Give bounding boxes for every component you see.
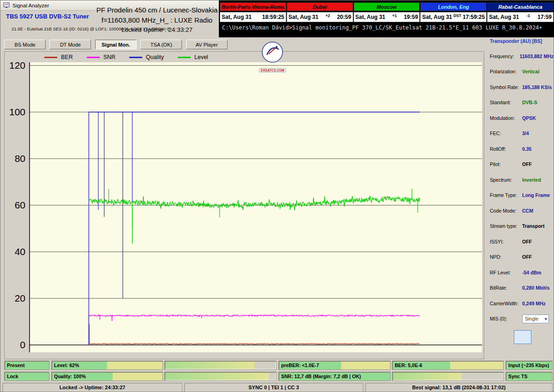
field-label: NPD:	[490, 254, 522, 260]
clock-cell-berlin: Sat, Aug 31 18:59:25	[220, 12, 286, 22]
statusbar-sync-counters: SYNC 0 | TEI 1 | CC 3	[184, 383, 363, 392]
svg-text:60: 60	[15, 200, 25, 210]
legend-item-quality: Quality	[129, 54, 164, 60]
field-label: FEC:	[490, 131, 522, 136]
panel-row-symbol-rate: Symbol Rate:185,188 KS/s	[486, 79, 554, 95]
clock-cell-moscow: Sat, Aug 31 +1 19:59	[354, 12, 420, 22]
panel-row-npd: NPD:OFF	[486, 249, 554, 265]
field-label: Spectrum:	[490, 177, 522, 183]
panel-row-stream-type: Stream type:Transport	[486, 219, 554, 234]
field-value: CCM	[522, 208, 533, 214]
clock-cell-dubai: Sat, Aug 31 +2 20:59	[287, 12, 353, 22]
field-label: Frequency:	[490, 53, 519, 59]
panel-row-rolloff: RollOff:0.35	[486, 141, 554, 157]
clock-time: 18:59:25	[262, 14, 284, 20]
svg-text:40: 40	[15, 246, 25, 257]
clock-city-rabat: Rabat-Casablanca	[487, 2, 554, 11]
tab-tsa[interactable]: TSA (OK)	[140, 40, 182, 49]
panel-row-modulation: Modulation:QPSK	[486, 110, 554, 126]
status-lock: Lock	[4, 372, 49, 381]
clock-cell-london: Sat, Aug 31 DST 17:59:25	[420, 12, 487, 22]
field-value: -54 dBm	[522, 270, 541, 275]
signal-chart-panel: BER SNR Quality Level 020406080100120 DX…	[4, 51, 484, 359]
legend-item-snr: SNR	[87, 54, 115, 60]
field-value: Long Frame	[522, 192, 550, 198]
dxsatcs-logo: DXSATCS.COM	[258, 41, 287, 73]
mis-select[interactable]: Single ▾	[522, 315, 549, 323]
clock-date: Sat, Aug 31	[422, 14, 452, 20]
clock-time-cells: Sat, Aug 31 18:59:25 Sat, Aug 31 +2 20:5…	[220, 12, 554, 22]
field-value: 11603,882 MHz	[519, 53, 554, 59]
status-present: Present	[4, 361, 49, 370]
clock-city-london: London, Eng	[420, 2, 487, 11]
clock-date: Sat, Aug 31	[489, 14, 519, 20]
clock-time: 19:59	[404, 14, 418, 20]
field-label: Pilot:	[490, 161, 522, 167]
field-value: OFF	[522, 254, 532, 260]
panel-row-rf-level: RF Level:-54 dBm	[486, 265, 554, 280]
panel-row-polarization: Polarization:Vertical	[486, 64, 554, 80]
tab-av-player[interactable]: AV Player	[186, 40, 228, 49]
field-value: 3/4	[522, 131, 529, 136]
field-value: OFF	[522, 161, 532, 167]
panel-row-frequency: Frequency:11603,882 MHz	[486, 48, 554, 64]
signal-chart: 020406080100120	[5, 52, 485, 360]
clock-time: 20:59	[337, 14, 351, 20]
tab-bs-mode[interactable]: BS Mode	[4, 40, 46, 49]
field-label: RF Level:	[490, 270, 522, 275]
legend-item-level: Level	[178, 54, 208, 60]
field-value: 185,188 KS/s	[522, 84, 552, 90]
legend-item-ber: BER	[44, 54, 73, 60]
dxsatcs-logo-text: DXSATCS.COM	[259, 68, 285, 72]
clock-date: Sat, Aug 31	[222, 14, 252, 20]
field-label: RollOff:	[490, 146, 522, 152]
field-value: 0.35	[522, 146, 531, 152]
svg-text:120: 120	[9, 60, 25, 71]
field-value: QPSK	[522, 115, 536, 121]
signal-analyzer-window: Signal Analyzer TBS 5927 USB DVB-S2 Tune…	[0, 0, 554, 392]
svg-text:100: 100	[9, 107, 25, 117]
console-prompt[interactable]: C:\Users\Roman Dávid>Signal monitoring_P…	[220, 24, 554, 31]
panel-row-frame-type: Frame Type:Long Frame	[486, 188, 554, 203]
dxsatcs-logo-icon	[261, 41, 283, 63]
status-level-bar	[164, 361, 277, 370]
tab-signal-mon[interactable]: Signal Mon.	[95, 40, 137, 49]
panel-row-issyi: ISSYI:OFF	[486, 234, 554, 249]
field-value: 0,249 MHz	[522, 301, 546, 306]
status-snr-bar	[392, 372, 504, 381]
world-clock-overlay: Berlin-Paris-Vienna-Roma Dubai Moscow Lo…	[219, 0, 554, 37]
status-quality-bar	[164, 372, 277, 381]
level-line-swatch	[178, 57, 191, 58]
frequency-line: f=11603,800 MHz_H_ : LUXE Radio	[95, 16, 219, 24]
statusbar-best-signal: Best signal: 13,1 dB (2024-08-31 17:02)	[365, 383, 553, 392]
clock-offset: +1	[392, 13, 397, 18]
status-quality-label: Quality: 100%	[51, 372, 163, 381]
status-sync-ts: Sync TS	[506, 372, 553, 381]
tuner-name: TBS 5927 USB DVB-S2 Tuner	[6, 13, 89, 20]
mis-select-value: Single	[525, 316, 538, 321]
snr-line-swatch	[87, 57, 100, 58]
tab-dt-mode[interactable]: DT Mode	[49, 40, 91, 49]
clock-city-berlin: Berlin-Paris-Vienna-Roma	[220, 2, 286, 11]
clock-offset: +2	[325, 13, 330, 18]
panel-title: Transponder (AU) [BS]	[490, 38, 554, 44]
field-label: Stream type:	[490, 223, 522, 229]
field-label: Code Mode:	[490, 208, 522, 214]
field-value: 0,280 Mbit/s	[522, 285, 550, 291]
field-label: Polarization:	[490, 69, 522, 74]
panel-row-carrier-width: CarrierWidth:0,249 MHz	[486, 296, 554, 311]
clock-city-headers: Berlin-Paris-Vienna-Roma Dubai Moscow Lo…	[220, 2, 554, 11]
panel-row-pilot: Pilot:OFF	[486, 157, 554, 172]
field-value: Inverted	[522, 177, 541, 183]
status-level-label: Level: 62%	[51, 361, 163, 370]
svg-text:20: 20	[15, 293, 25, 303]
transponder-panel: Transponder (AU) [BS] Frequency:11603,88…	[486, 38, 554, 361]
blue-box-button[interactable]	[514, 330, 531, 344]
field-label: BitRate:	[490, 285, 522, 291]
statusbar-uptime: Locked -> Uptime: 24:33:27	[2, 383, 182, 392]
panel-row-bitrate: BitRate:0,280 Mbit/s	[486, 280, 554, 296]
bottom-status-bar: Locked -> Uptime: 24:33:27 SYNC 0 | TEI …	[0, 382, 554, 392]
quality-line-swatch	[129, 57, 142, 58]
field-label: Modulation:	[490, 115, 522, 121]
field-value: Transport	[522, 223, 544, 229]
